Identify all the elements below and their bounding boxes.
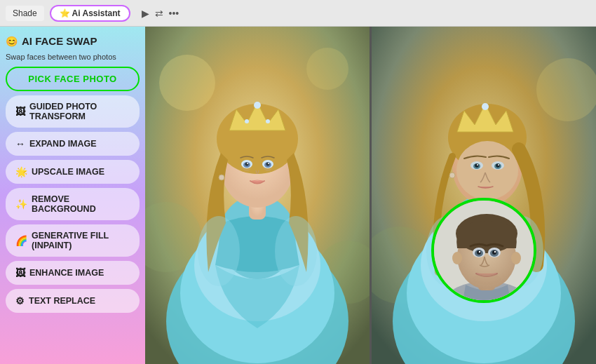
- remove-bg-emoji: ✨: [15, 198, 27, 210]
- svg-point-66: [494, 251, 496, 252]
- shade-tab[interactable]: Shade: [6, 6, 44, 21]
- sidebar-item-guided-photo-transform[interactable]: 🖼 GUIDED PHOTO TRANSFORM: [6, 95, 140, 128]
- svg-point-12: [254, 102, 261, 109]
- text-replace-emoji: ⚙: [15, 295, 25, 306]
- main-content: 😊 AI FACE SWAP Swap faces between two ph…: [0, 27, 596, 364]
- top-bar-tabs: Shade: [6, 6, 44, 21]
- canvas-area: [145, 27, 596, 364]
- svg-point-14: [266, 119, 270, 123]
- svg-point-1: [159, 55, 215, 111]
- sidebar-item-upscale-image[interactable]: 🌟 UPSCALE IMAGE: [6, 160, 140, 184]
- svg-point-24: [268, 163, 269, 164]
- top-bar-icon-group: ▶ ⇄ •••: [142, 8, 180, 19]
- top-bar: Shade ⭐ Ai Assistant ▶ ⇄ •••: [0, 0, 596, 27]
- sidebar-item-text-replace[interactable]: ⚙ TEXT REPLACE: [6, 289, 140, 313]
- left-photo-panel: [145, 27, 370, 364]
- swap-icon[interactable]: ⇄: [155, 8, 163, 19]
- svg-point-22: [266, 163, 270, 166]
- svg-point-2: [306, 48, 348, 90]
- svg-point-48: [449, 173, 455, 178]
- right-photo-panel: [372, 27, 596, 364]
- sidebar-item-remove-background[interactable]: ✨ REMOVE BACKGROUND: [6, 188, 140, 220]
- svg-point-23: [247, 163, 248, 164]
- svg-point-65: [479, 251, 480, 252]
- svg-point-27: [275, 216, 317, 286]
- ai-assistant-button[interactable]: ⭐ Ai Assistant: [50, 5, 130, 22]
- svg-point-58: [511, 252, 521, 264]
- svg-point-13: [245, 119, 249, 123]
- svg-point-47: [498, 164, 499, 166]
- svg-point-67: [473, 274, 501, 285]
- sidebar-item-generative-fill[interactable]: 🌈 GENERATIVE FILL (INPAINT): [6, 224, 140, 257]
- play-icon[interactable]: ▶: [142, 8, 149, 19]
- svg-point-21: [245, 163, 249, 166]
- more-icon[interactable]: •••: [169, 8, 180, 19]
- sidebar-item-enhance-image[interactable]: 🖼 ENHANCE IMAGE: [6, 261, 140, 285]
- svg-point-64: [492, 250, 496, 255]
- svg-point-26: [198, 216, 240, 286]
- face-swap-emoji: 😊: [6, 36, 18, 47]
- svg-point-39: [456, 141, 518, 200]
- enhance-emoji: 🖼: [15, 267, 25, 278]
- svg-point-38: [482, 103, 489, 110]
- pick-face-photo-button[interactable]: PICK FACE PHOTO: [6, 67, 140, 91]
- svg-point-45: [496, 163, 500, 168]
- guided-photo-emoji: 🖼: [15, 106, 25, 117]
- svg-point-57: [452, 252, 462, 264]
- princess-left-image: [145, 27, 370, 364]
- svg-point-46: [477, 164, 478, 166]
- princess-right-image: [372, 27, 596, 364]
- sidebar-subtitle: Swap faces between two photos: [6, 53, 140, 62]
- svg-point-63: [477, 250, 481, 255]
- expand-emoji: ↔: [15, 138, 25, 149]
- svg-point-25: [219, 175, 224, 180]
- face-source-circle: [431, 198, 536, 303]
- generative-fill-emoji: 🌈: [15, 235, 27, 246]
- svg-point-44: [475, 163, 479, 168]
- sidebar-title: 😊 AI FACE SWAP: [6, 32, 140, 48]
- sidebar-item-expand-image[interactable]: ↔ EXPAND IMAGE: [6, 132, 140, 156]
- images-container: [145, 27, 596, 364]
- sidebar: 😊 AI FACE SWAP Swap faces between two ph…: [0, 27, 145, 364]
- upscale-emoji: 🌟: [15, 166, 27, 177]
